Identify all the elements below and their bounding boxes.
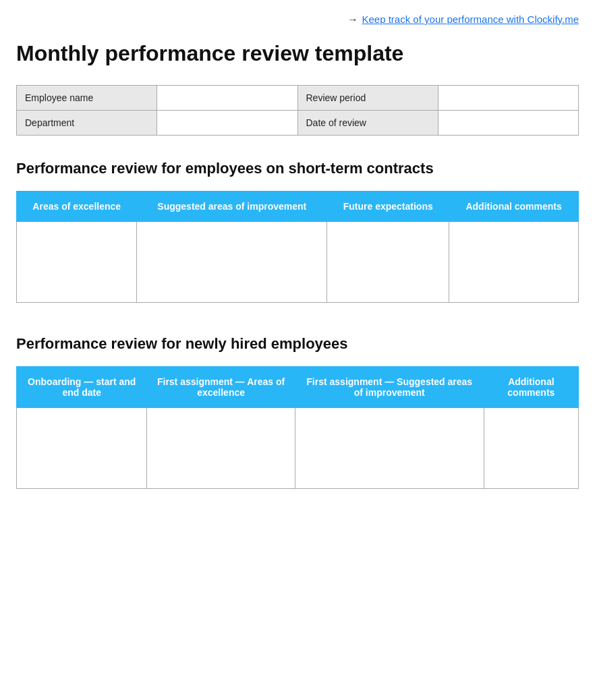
top-link-row: → Keep track of your performance with Cl… [16, 13, 579, 25]
info-row-1: Employee name Review period [17, 86, 579, 111]
col-future-expectations: Future expectations [327, 192, 449, 222]
col-first-assignment-excellence: First assignment — Areas of excellence [147, 367, 295, 408]
cell-onboarding[interactable] [17, 408, 147, 489]
clockify-link[interactable]: Keep track of your performance with Cloc… [362, 13, 579, 25]
cell-new-hire-comments[interactable] [484, 408, 578, 489]
review-period-value[interactable] [438, 86, 578, 111]
col-first-assignment-improvement: First assignment — Suggested areas of im… [295, 367, 484, 408]
arrow-icon: → [347, 13, 358, 25]
col-areas-excellence: Areas of excellence [17, 192, 137, 222]
new-hire-header-row: Onboarding — start and end date First as… [17, 367, 579, 408]
cell-first-excellence[interactable] [147, 408, 295, 489]
cell-expectations[interactable] [327, 222, 449, 303]
section1-title: Performance review for employees on shor… [16, 160, 579, 177]
info-table: Employee name Review period Department D… [16, 85, 579, 136]
col-additional-comments: Additional comments [449, 192, 579, 222]
new-hire-review-table: Onboarding — start and end date First as… [16, 366, 579, 489]
section2-title: Performance review for newly hired emplo… [16, 335, 579, 353]
cell-improvement[interactable] [137, 222, 327, 303]
employee-name-label: Employee name [17, 86, 157, 111]
department-value[interactable] [157, 111, 298, 136]
cell-excellence[interactable] [17, 222, 137, 303]
cell-first-improvement[interactable] [295, 408, 484, 489]
col-onboarding-dates: Onboarding — start and end date [17, 367, 147, 408]
cell-comments[interactable] [449, 222, 579, 303]
info-row-2: Department Date of review [17, 111, 579, 136]
page-title: Monthly performance review template [16, 41, 579, 66]
col-new-hire-comments: Additional comments [484, 367, 578, 408]
col-suggested-improvement: Suggested areas of improvement [137, 192, 327, 222]
new-hire-data-row [17, 408, 579, 489]
date-of-review-label: Date of review [298, 111, 438, 136]
short-term-data-row [17, 222, 579, 303]
review-period-label: Review period [298, 86, 438, 111]
date-of-review-value[interactable] [438, 111, 578, 136]
employee-name-value[interactable] [157, 86, 298, 111]
department-label: Department [17, 111, 157, 136]
short-term-review-table: Areas of excellence Suggested areas of i… [16, 191, 579, 303]
short-term-header-row: Areas of excellence Suggested areas of i… [17, 192, 579, 222]
